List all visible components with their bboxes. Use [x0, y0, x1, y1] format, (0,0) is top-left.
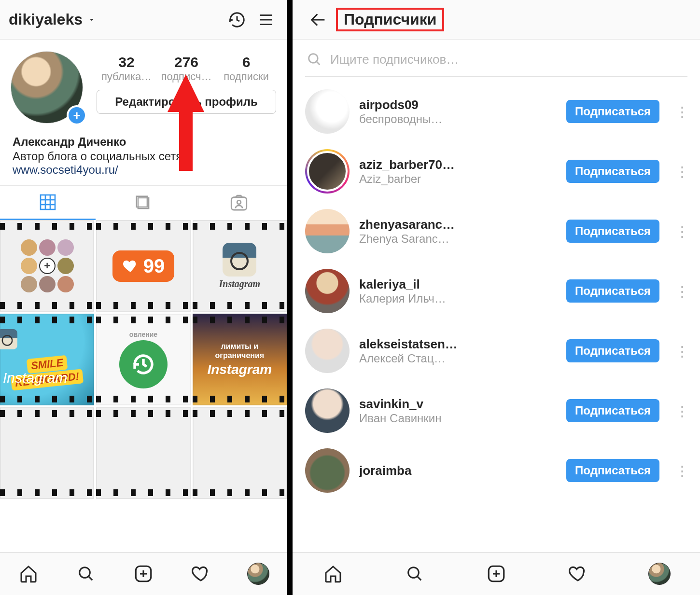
nav-home[interactable]: [322, 562, 345, 585]
nav-add[interactable]: [485, 562, 508, 585]
svg-line-20: [317, 62, 320, 65]
follower-username: savinkin_v: [359, 397, 557, 412]
follower-username: alekseistatsen…: [359, 337, 557, 352]
follow-button[interactable]: Подписаться: [566, 339, 659, 362]
search-icon: [76, 564, 96, 583]
search-icon: [405, 564, 424, 583]
follower-username: zhenyasaranc…: [359, 217, 557, 232]
follow-button[interactable]: Подписаться: [566, 399, 659, 422]
more-options-icon[interactable]: ⋮: [669, 223, 690, 240]
feed-icon: [134, 194, 153, 212]
follower-row[interactable]: savinkin_vИван СавинкинПодписаться⋮: [293, 381, 700, 441]
instagram-text: Instagram: [219, 278, 261, 290]
stat-following[interactable]: 6 подписки: [216, 54, 276, 83]
post-thumb[interactable]: +: [0, 220, 94, 312]
nav-activity[interactable]: [566, 562, 589, 585]
bio-link[interactable]: www.socseti4you.ru/: [13, 163, 274, 177]
nav-home[interactable]: [17, 562, 40, 585]
follower-list[interactable]: airpods09беспроводны…Подписаться⋮aziz_ba…: [293, 82, 700, 552]
nav-add[interactable]: [132, 562, 155, 585]
follower-row[interactable]: aziz_barber70…Aziz_barberПодписаться⋮: [293, 141, 700, 201]
heart-outline-icon: [568, 564, 588, 584]
profile-header: + 32 публика… 276 подписч… 6 подписки: [0, 40, 287, 132]
profile-avatar[interactable]: +: [11, 51, 88, 128]
username-label: dikiyaleks: [9, 11, 83, 28]
follower-row[interactable]: zhenyasaranc…Zhenya Saranc…Подписаться⋮: [293, 201, 700, 261]
stat-followers-count: 276: [156, 54, 216, 70]
svg-point-19: [309, 54, 318, 63]
follow-button[interactable]: Подписаться: [566, 100, 659, 123]
bio-text: Автор блога о социальных сетях: [13, 150, 274, 163]
post-thumb[interactable]: 99: [96, 220, 190, 312]
nav-search[interactable]: [74, 562, 98, 585]
post-thumb[interactable]: Instagram: [193, 220, 287, 312]
follower-row[interactable]: joraimbaПодписаться⋮: [293, 441, 700, 500]
more-options-icon[interactable]: ⋮: [669, 103, 690, 120]
profile-bio: Александр Диченко Автор блога о социальн…: [0, 132, 287, 185]
follower-avatar[interactable]: [305, 329, 350, 373]
follower-row[interactable]: kaleriya_ilКалерия Ильч…Подписаться⋮: [293, 261, 700, 321]
follower-username: joraimba: [359, 463, 557, 478]
follow-button[interactable]: Подписаться: [566, 220, 659, 243]
follower-info: joraimba: [359, 463, 557, 478]
tab-grid[interactable]: [0, 186, 96, 220]
follower-username: aziz_barber70…: [359, 157, 557, 172]
follower-displayname: Алексей Стац…: [359, 352, 557, 365]
follow-button[interactable]: Подписаться: [566, 279, 659, 303]
back-button[interactable]: [306, 8, 330, 32]
follower-username: airpods09: [359, 97, 557, 112]
profile-tabs: [0, 185, 287, 220]
followers-topbar: Подписчики: [293, 0, 700, 40]
svg-rect-3: [41, 195, 55, 209]
nav-search[interactable]: [403, 562, 426, 585]
post-thumb[interactable]: SMILE KEYBOARD! Instagram: [0, 314, 94, 405]
bottom-nav: [293, 552, 700, 595]
follower-avatar[interactable]: [305, 448, 350, 493]
follower-row[interactable]: airpods09беспроводны…Подписаться⋮: [293, 82, 700, 141]
follower-avatar[interactable]: [305, 209, 350, 253]
nav-profile[interactable]: [247, 562, 270, 585]
menu-icon[interactable]: [254, 8, 278, 32]
profile-pane: dikiyaleks + 32 пу: [0, 0, 287, 595]
stat-following-label: подписки: [216, 70, 276, 83]
post-thumb[interactable]: лимиты иограничения Instagram: [193, 314, 287, 405]
follow-button[interactable]: Подписаться: [566, 160, 659, 183]
follower-displayname: Aziz_barber: [359, 172, 557, 186]
more-options-icon[interactable]: ⋮: [669, 283, 690, 300]
more-options-icon[interactable]: ⋮: [669, 343, 690, 360]
follower-displayname: Калерия Ильч…: [359, 292, 557, 305]
follower-avatar[interactable]: [305, 388, 350, 433]
more-options-icon[interactable]: ⋮: [669, 163, 690, 180]
stat-followers[interactable]: 276 подписч…: [156, 54, 216, 83]
restore-icon: [119, 340, 168, 388]
tab-tagged[interactable]: [191, 186, 287, 220]
username-dropdown[interactable]: dikiyaleks: [9, 11, 96, 28]
posts-grid: + 99: [0, 220, 287, 552]
follower-avatar[interactable]: [305, 149, 350, 194]
archive-icon[interactable]: [225, 8, 249, 32]
post-thumb[interactable]: [96, 407, 190, 499]
follow-button[interactable]: Подписаться: [566, 459, 659, 482]
post-thumb[interactable]: [193, 407, 287, 499]
svg-point-21: [408, 567, 419, 578]
follower-avatar[interactable]: [305, 89, 350, 134]
search-followers-input[interactable]: Ищите подписчиков…: [305, 48, 687, 77]
tab-feed[interactable]: [96, 186, 191, 220]
add-story-icon[interactable]: +: [67, 105, 87, 125]
svg-line-13: [89, 576, 93, 580]
post-thumb[interactable]: овление: [96, 314, 190, 405]
follower-info: alekseistatsen…Алексей Стац…: [359, 337, 557, 365]
instagram-script: Instagram: [207, 362, 272, 377]
nav-profile[interactable]: [648, 562, 671, 585]
more-options-icon[interactable]: ⋮: [669, 402, 690, 419]
follower-avatar[interactable]: [305, 269, 350, 313]
follower-row[interactable]: alekseistatsen…Алексей Стац…Подписаться⋮: [293, 321, 700, 381]
stat-followers-label: подписч…: [156, 70, 216, 83]
edit-profile-button[interactable]: Редактировать профиль: [97, 90, 276, 114]
follower-info: airpods09беспроводны…: [359, 97, 557, 126]
stat-posts[interactable]: 32 публика…: [97, 54, 156, 83]
post-thumb[interactable]: [0, 407, 94, 499]
more-options-icon[interactable]: ⋮: [669, 462, 690, 479]
heart-icon: [122, 258, 139, 274]
nav-activity[interactable]: [189, 562, 212, 585]
